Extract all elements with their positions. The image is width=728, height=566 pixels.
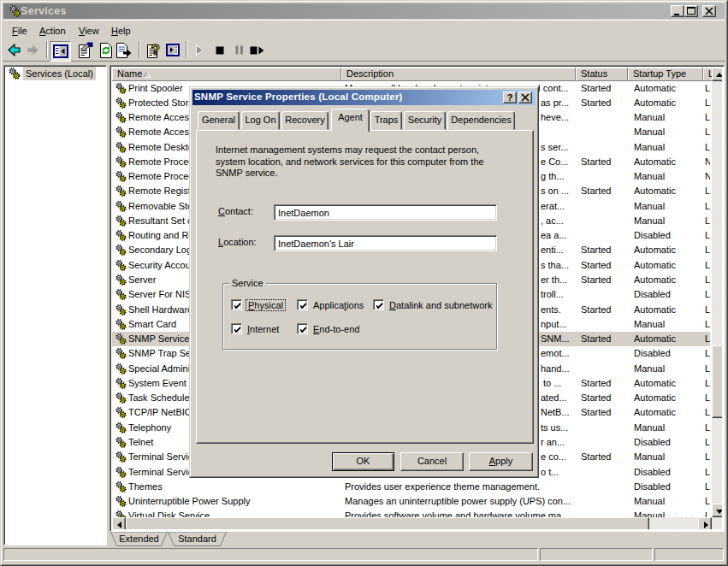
svg-text:?: ?	[151, 42, 160, 58]
